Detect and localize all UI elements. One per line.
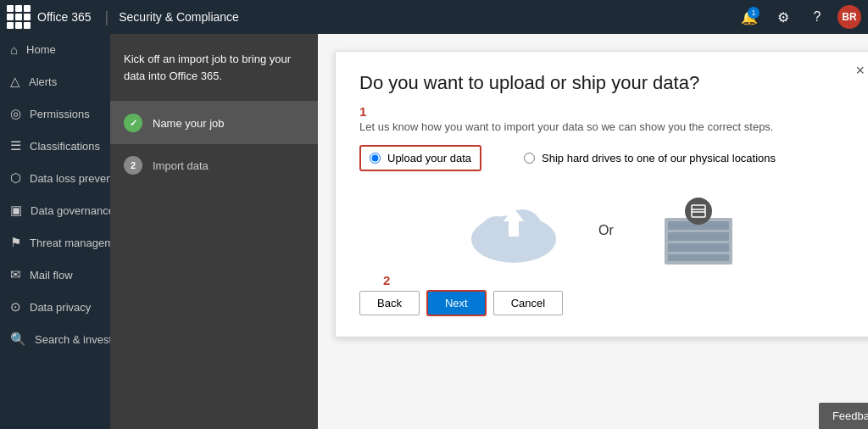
sidebar-item-classifications[interactable]: ☰ Classifications xyxy=(0,130,110,162)
dialog-instruction: Let us know how you want to import your … xyxy=(359,120,853,133)
or-text: Or xyxy=(598,223,614,238)
step1-annotation: 1 xyxy=(359,104,853,119)
topbar: Office 365 | Security & Compliance 🔔 1 ⚙… xyxy=(0,0,868,34)
wizard-step-import-data[interactable]: 2 Import data xyxy=(110,144,318,187)
sidebar-label-dlp: Data loss prevent xyxy=(30,172,110,185)
step2-annotation: 2 xyxy=(383,273,390,287)
cancel-button[interactable]: Cancel xyxy=(493,291,563,315)
illustration-area: Or xyxy=(359,188,853,273)
dialog-buttons: Back Next Cancel xyxy=(359,290,853,316)
search-icon: 🔍 xyxy=(10,332,26,347)
server-illustration xyxy=(648,192,749,269)
threat-icon: ⚑ xyxy=(10,235,21,250)
svg-point-3 xyxy=(526,223,553,250)
sidebar-item-mailflow[interactable]: ✉ Mail flow xyxy=(0,259,110,291)
option-upload[interactable]: Upload your data xyxy=(359,145,481,171)
wizard-step-1-circle: ✓ xyxy=(124,114,142,132)
dataprivacy-icon: ⊙ xyxy=(10,299,21,315)
settings-button[interactable]: ⚙ xyxy=(770,3,797,31)
wizard-step-name-job[interactable]: ✓ Name your job xyxy=(110,102,318,144)
sidebar-item-dlp[interactable]: ⬡ Data loss prevent xyxy=(0,162,110,194)
radio-ship[interactable] xyxy=(524,153,535,164)
sidebar-item-dataprivacy[interactable]: ⊙ Data privacy xyxy=(0,291,110,323)
sidebar-item-home[interactable]: ⌂ Home xyxy=(0,34,110,65)
option-ship[interactable]: Ship hard drives to one of our physical … xyxy=(515,145,784,171)
sidebar-item-threat[interactable]: ⚑ Threat managem xyxy=(0,226,110,259)
sidebar-item-alerts[interactable]: △ Alerts xyxy=(0,65,110,98)
wizard-description: Kick off an import job to bring your dat… xyxy=(110,34,318,102)
main-layout: ⌂ Home △ Alerts ◎ Permissions ☰ Classifi… xyxy=(0,34,868,429)
sidebar-label-governance: Data governance xyxy=(31,204,110,217)
user-avatar[interactable]: BR xyxy=(837,5,861,29)
sidebar-item-governance[interactable]: ▣ Data governance xyxy=(0,194,110,226)
server-svg xyxy=(648,192,749,269)
alerts-icon: △ xyxy=(10,74,20,89)
sidebar-item-search[interactable]: 🔍 Search & investig xyxy=(0,323,110,355)
dialog-close-button[interactable]: × xyxy=(855,62,865,80)
sidebar-label-dataprivacy: Data privacy xyxy=(30,301,91,314)
wizard-panel: Kick off an import job to bring your dat… xyxy=(110,34,318,429)
help-icon: ? xyxy=(814,9,821,25)
svg-rect-9 xyxy=(668,254,729,261)
back-button[interactable]: Back xyxy=(359,291,420,315)
radio-options: Upload your data Ship hard drives to one… xyxy=(359,145,853,171)
sidebar-label-home: Home xyxy=(26,43,56,56)
sidebar-label-mailflow: Mail flow xyxy=(30,269,73,281)
sidebar-label-search: Search & investig xyxy=(35,333,110,346)
wizard-step-1-label: Name your job xyxy=(153,117,225,130)
gear-icon: ⚙ xyxy=(777,9,789,25)
cloud-svg xyxy=(463,192,565,269)
wizard-step-2-label: Import data xyxy=(153,159,209,172)
feedback-button[interactable]: Feedback xyxy=(819,403,868,429)
waffle-menu[interactable] xyxy=(7,5,31,29)
option-upload-label: Upload your data xyxy=(387,152,471,164)
buttons-section: 2 Back Next Cancel xyxy=(359,290,853,316)
next-button[interactable]: Next xyxy=(426,290,487,316)
notification-badge: 1 xyxy=(748,7,760,19)
notification-bell[interactable]: 🔔 1 xyxy=(736,3,763,31)
brand-name[interactable]: Office 365 xyxy=(37,10,92,24)
governance-icon: ▣ xyxy=(10,203,22,218)
dialog-title: Do you want to upload or ship your data? xyxy=(359,72,853,94)
sidebar-label-alerts: Alerts xyxy=(29,75,57,88)
cloud-upload-illustration xyxy=(463,192,565,269)
permissions-icon: ◎ xyxy=(10,106,21,121)
classifications-icon: ☰ xyxy=(10,138,21,153)
home-icon: ⌂ xyxy=(10,42,18,57)
sidebar-item-permissions[interactable]: ◎ Permissions xyxy=(0,98,110,130)
radio-upload[interactable] xyxy=(370,153,381,164)
mailflow-icon: ✉ xyxy=(10,267,21,282)
app-title: Security & Compliance xyxy=(119,10,239,24)
sidebar-label-permissions: Permissions xyxy=(30,108,90,120)
dialog: × Do you want to upload or ship your dat… xyxy=(335,51,868,337)
sidebar-label-threat: Threat managem xyxy=(30,237,110,249)
sidebar-label-classifications: Classifications xyxy=(30,140,100,153)
wizard-step-2-circle: 2 xyxy=(124,156,142,175)
content-area: × Do you want to upload or ship your dat… xyxy=(318,34,868,429)
svg-point-13 xyxy=(685,198,712,225)
sidebar: ⌂ Home △ Alerts ◎ Permissions ☰ Classifi… xyxy=(0,34,110,429)
option-ship-label: Ship hard drives to one of our physical … xyxy=(542,152,776,164)
brand-divider: | xyxy=(105,8,109,26)
dlp-icon: ⬡ xyxy=(10,170,21,186)
help-button[interactable]: ? xyxy=(804,3,831,31)
